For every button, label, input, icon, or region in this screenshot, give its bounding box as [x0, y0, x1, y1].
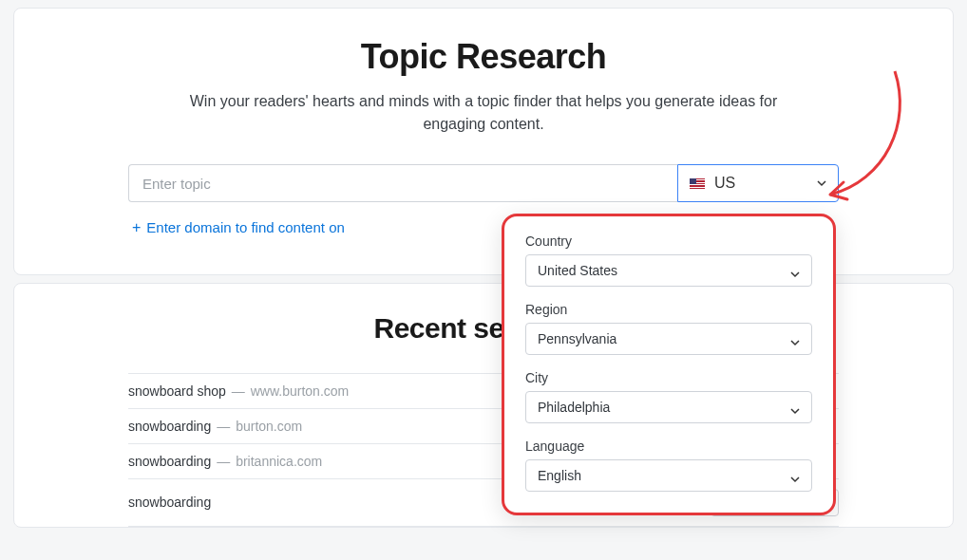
search-term: snowboarding	[128, 495, 211, 510]
country-value: United States	[538, 263, 790, 278]
country-select[interactable]: United States	[525, 254, 812, 287]
country-label: Country	[525, 233, 812, 249]
separator: —	[232, 383, 245, 399]
enter-domain-label: Enter domain to find content on	[146, 219, 344, 235]
page-title: Topic Research	[128, 37, 839, 77]
enter-domain-link[interactable]: + Enter domain to find content on	[128, 219, 345, 235]
page-subtitle: Win your readers' hearts and minds with …	[161, 90, 806, 136]
region-value: Pennsylvania	[538, 331, 790, 346]
chevron-down-icon	[790, 471, 800, 480]
locale-popover: Country United States Region Pennsylvani…	[502, 214, 836, 515]
city-select[interactable]: Philadelphia	[525, 391, 812, 423]
region-label: Region	[525, 302, 812, 317]
chevron-down-icon	[790, 402, 800, 412]
search-domain: www.burton.com	[251, 383, 349, 399]
region-select[interactable]: Pennsylvania	[525, 323, 812, 355]
city-label: City	[525, 370, 812, 385]
search-term: snowboarding	[128, 419, 211, 434]
search-domain: burton.com	[236, 419, 302, 434]
search-term: snowboarding	[128, 454, 211, 469]
language-label: Language	[525, 439, 812, 454]
language-select[interactable]: English	[525, 459, 812, 492]
separator: —	[217, 454, 230, 469]
locale-select[interactable]: US	[677, 164, 839, 202]
topic-input[interactable]	[128, 164, 677, 202]
search-term: snowboard shop	[128, 383, 226, 399]
search-row: US	[128, 164, 839, 202]
language-value: English	[538, 468, 790, 483]
plus-icon: +	[132, 220, 141, 235]
chevron-down-icon	[817, 178, 826, 188]
separator: —	[217, 419, 230, 434]
chevron-down-icon	[790, 334, 800, 344]
search-domain: britannica.com	[236, 454, 322, 469]
locale-label: US	[714, 175, 807, 192]
chevron-down-icon	[790, 266, 800, 275]
us-flag-icon	[690, 178, 705, 189]
city-value: Philadelphia	[538, 400, 790, 415]
